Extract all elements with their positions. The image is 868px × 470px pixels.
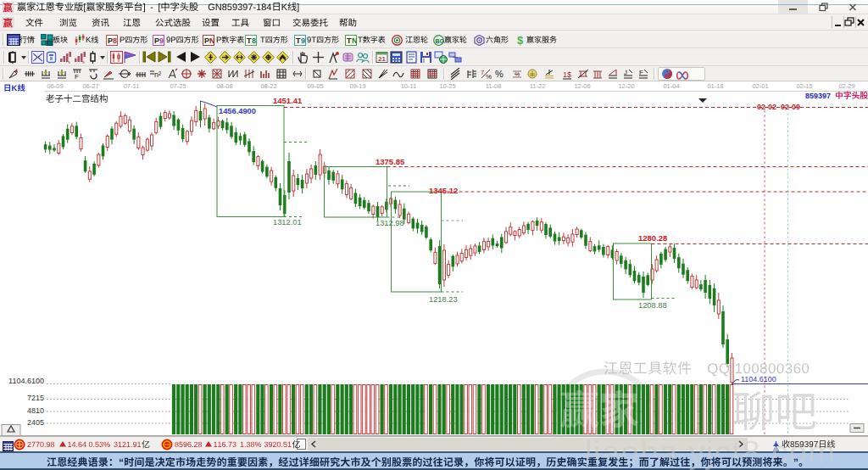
svg-text:11-08: 11-08: [486, 82, 502, 90]
svg-text:12-06: 12-06: [574, 82, 590, 90]
svg-text:02-15: 02-15: [796, 82, 812, 90]
svg-text:1312.98: 1312.98: [376, 219, 404, 227]
svg-text:10-11: 10-11: [401, 82, 417, 90]
svg-text:01-18: 01-18: [707, 82, 723, 90]
svg-text:09-19: 09-19: [349, 82, 365, 90]
svg-text:1280.28: 1280.28: [638, 233, 667, 243]
svg-text:%: %: [515, 71, 520, 77]
svg-text:1218.23: 1218.23: [429, 295, 458, 304]
svg-text:07-25: 07-25: [170, 82, 186, 90]
svg-text:J: J: [624, 69, 627, 76]
svg-text:12-20: 12-20: [618, 82, 634, 90]
svg-text:9: 9: [301, 36, 305, 45]
svg-text:4810: 4810: [27, 406, 44, 415]
svg-text:1$: 1$: [563, 70, 571, 79]
svg-text:1345.12: 1345.12: [429, 186, 458, 195]
svg-text:9: 9: [159, 36, 164, 45]
svg-text:%: %: [495, 69, 504, 79]
svg-text:1451.41: 1451.41: [273, 96, 303, 105]
svg-text:1312.01: 1312.01: [273, 218, 302, 227]
svg-text:n²: n²: [154, 70, 161, 79]
svg-text:859397: 859397: [805, 92, 831, 100]
svg-text:1456.4900: 1456.4900: [219, 107, 256, 115]
svg-text:06-27: 06-27: [82, 82, 98, 90]
svg-text:02-09: 02-09: [781, 103, 800, 111]
svg-text:s: s: [82, 59, 85, 64]
svg-text:8: 8: [113, 36, 117, 45]
svg-text:F: F: [75, 73, 79, 80]
svg-text:F: F: [639, 69, 643, 76]
svg-text:11-22: 11-22: [530, 82, 546, 90]
svg-text:02-01: 02-01: [752, 82, 768, 90]
svg-text:21: 21: [378, 55, 386, 63]
svg-text:N: N: [352, 36, 357, 45]
svg-text:7: 7: [481, 69, 485, 76]
svg-text:%: %: [486, 73, 492, 80]
svg-text:1104.6100: 1104.6100: [8, 377, 44, 385]
svg-text:8: 8: [252, 36, 256, 45]
svg-text:$: $: [517, 34, 524, 46]
svg-text:02-02: 02-02: [757, 103, 776, 111]
svg-text:06-09: 06-09: [47, 82, 63, 90]
svg-text:01-04: 01-04: [663, 82, 679, 90]
svg-text:1208.88: 1208.88: [638, 301, 667, 310]
svg-text:1375.85: 1375.85: [376, 157, 405, 166]
svg-text:BG: BG: [435, 37, 444, 45]
svg-text:s: s: [68, 59, 70, 64]
svg-text:1104.6100: 1104.6100: [741, 375, 776, 383]
svg-text:7215: 7215: [27, 394, 44, 402]
svg-text:08-22: 08-22: [260, 82, 276, 90]
svg-text:07-11: 07-11: [124, 82, 140, 90]
svg-text:2405: 2405: [27, 418, 44, 427]
svg-text:08-08: 08-08: [216, 82, 232, 90]
svg-text:02-29: 02-29: [838, 82, 854, 90]
svg-text:10-25: 10-25: [439, 82, 455, 90]
svg-text:N: N: [209, 36, 214, 45]
svg-text:09-05: 09-05: [307, 82, 323, 90]
